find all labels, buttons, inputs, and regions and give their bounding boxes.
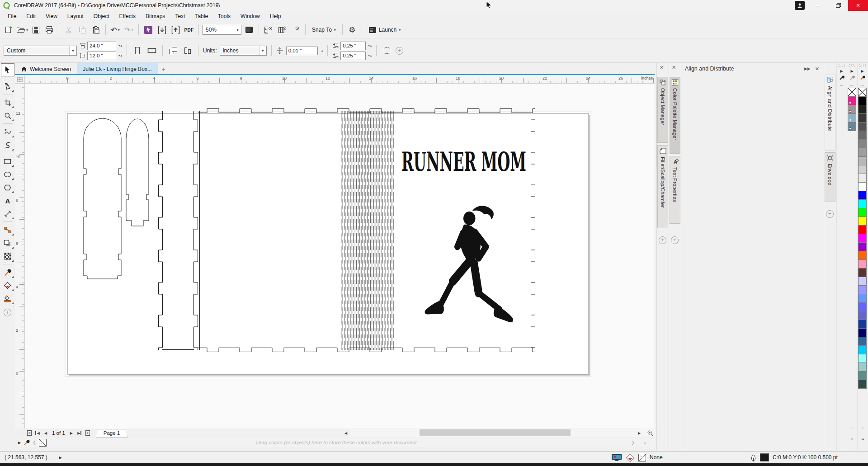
cut-button[interactable] bbox=[63, 24, 75, 36]
text-tool[interactable]: A bbox=[1, 194, 14, 207]
color-proof-icon[interactable] bbox=[611, 453, 622, 461]
color-swatch[interactable] bbox=[858, 182, 867, 191]
color-swatch[interactable] bbox=[858, 139, 867, 148]
status-flyout-arrow[interactable]: ▶ bbox=[59, 456, 62, 460]
duplicate-distance-y-field[interactable]: 0.25 " bbox=[340, 52, 366, 60]
crop-tool[interactable] bbox=[1, 96, 14, 109]
landscape-button[interactable] bbox=[146, 45, 158, 56]
close-button[interactable]: ✕ bbox=[848, 0, 868, 11]
all-pages-size-button[interactable] bbox=[182, 45, 193, 56]
color-swatch[interactable] bbox=[858, 294, 867, 303]
portrait-button[interactable] bbox=[132, 45, 143, 56]
redo-dropdown[interactable]: ▾ bbox=[132, 28, 133, 32]
show-guidelines-button[interactable] bbox=[290, 24, 302, 36]
color-swatch[interactable] bbox=[858, 234, 867, 243]
color-swatch[interactable] bbox=[858, 131, 867, 140]
freehand-tool[interactable] bbox=[1, 125, 14, 138]
docker-expand-icon[interactable]: ▶▶ bbox=[804, 66, 811, 71]
color-swatch[interactable] bbox=[858, 174, 867, 183]
color-swatch[interactable] bbox=[858, 113, 867, 122]
outline-color-swatch[interactable] bbox=[760, 453, 769, 461]
palette-overflow-flyout[interactable]: » bbox=[644, 440, 646, 445]
page-width-field[interactable]: 24.0 " bbox=[87, 42, 116, 50]
color-swatch[interactable] bbox=[848, 113, 856, 122]
color-swatch[interactable] bbox=[858, 259, 867, 268]
color-swatch[interactable] bbox=[858, 217, 867, 226]
color-swatch[interactable] bbox=[858, 191, 867, 200]
color-swatch[interactable] bbox=[848, 122, 856, 131]
color-swatch-none[interactable] bbox=[848, 88, 856, 97]
pan-zoom-corner-button[interactable] bbox=[646, 429, 654, 437]
palette-scroll-right[interactable]: ❯ bbox=[631, 440, 635, 445]
new-document-tab-button[interactable]: + bbox=[158, 63, 170, 75]
menu-object[interactable]: Object bbox=[89, 11, 114, 22]
color-swatch[interactable] bbox=[858, 199, 867, 208]
open-dropdown[interactable]: ▾ bbox=[26, 28, 28, 32]
nudge-spinner[interactable]: ▴ bbox=[321, 49, 323, 52]
last-page-button[interactable]: ▶ bbox=[76, 429, 83, 437]
tab-welcome-screen[interactable]: Welcome Screen bbox=[15, 63, 77, 75]
interactive-fill-tool[interactable] bbox=[1, 279, 14, 292]
palette-scroll-up[interactable]: ︿ bbox=[858, 81, 867, 88]
add-page-before-button[interactable] bbox=[26, 429, 33, 437]
fill-none-swatch[interactable] bbox=[638, 454, 646, 461]
color-swatch[interactable] bbox=[858, 285, 867, 294]
color-swatch[interactable] bbox=[858, 242, 867, 251]
import-button[interactable] bbox=[156, 24, 168, 36]
color-swatch[interactable] bbox=[858, 354, 867, 363]
artistic-media-tool[interactable] bbox=[1, 138, 14, 151]
tab-color-palette-manager[interactable]: Color Palette Manager bbox=[670, 77, 680, 154]
palette-grip[interactable] bbox=[859, 64, 866, 67]
tab-envelope[interactable]: Envelope bbox=[825, 152, 835, 202]
menu-tools[interactable]: Tools bbox=[213, 11, 236, 22]
current-page-size-button[interactable] bbox=[167, 45, 179, 56]
color-swatch[interactable] bbox=[858, 362, 867, 372]
polygon-tool[interactable] bbox=[1, 181, 14, 194]
color-swatch[interactable] bbox=[858, 371, 867, 380]
new-document-button[interactable] bbox=[3, 24, 14, 36]
menu-view[interactable]: View bbox=[41, 11, 62, 22]
show-rulers-button[interactable] bbox=[263, 24, 274, 36]
tab-align-and-distribute[interactable]: Align and Distribute bbox=[825, 75, 835, 151]
ellipse-tool[interactable] bbox=[1, 168, 14, 181]
horizontal-scroll-thumb[interactable] bbox=[420, 429, 571, 436]
drop-shadow-tool[interactable] bbox=[1, 236, 14, 249]
page-size-preset-combo[interactable]: Custom ▾ bbox=[4, 46, 77, 56]
menu-effects[interactable]: Effects bbox=[114, 11, 141, 22]
color-swatch[interactable] bbox=[858, 165, 867, 174]
page-height-spinner[interactable]: ▾▴ bbox=[118, 54, 122, 57]
palette-eyedropper[interactable] bbox=[858, 75, 867, 81]
tab-text-properties[interactable]: A Text Properties bbox=[670, 156, 680, 224]
color-swatch[interactable] bbox=[858, 302, 867, 311]
parallel-dimension-tool[interactable] bbox=[1, 207, 14, 220]
color-swatch[interactable] bbox=[858, 345, 867, 354]
palette-flyout-arrow[interactable]: ▶ bbox=[847, 68, 857, 75]
palette-grip[interactable] bbox=[849, 64, 855, 67]
menu-table[interactable]: Table bbox=[190, 11, 213, 22]
color-swatch[interactable] bbox=[858, 251, 867, 260]
show-grid-button[interactable] bbox=[276, 24, 288, 36]
page-1-tab[interactable]: Page 1 bbox=[96, 429, 127, 438]
palette-grip[interactable] bbox=[838, 64, 845, 67]
page-height-field[interactable]: 12.0 " bbox=[87, 52, 116, 60]
smart-fill-tool[interactable] bbox=[1, 292, 14, 305]
duplicate-distance-x-field[interactable]: 0.25 " bbox=[340, 42, 366, 50]
quick-customize-dockers[interactable]: + bbox=[826, 210, 834, 218]
palette-eyedropper[interactable] bbox=[847, 75, 857, 81]
account-icon[interactable] bbox=[795, 1, 805, 10]
color-swatch[interactable] bbox=[858, 380, 867, 389]
horizontal-scroll-track[interactable] bbox=[350, 429, 660, 437]
palette-scroll-up[interactable]: ︿ bbox=[837, 81, 846, 88]
export-button[interactable] bbox=[170, 24, 181, 36]
launch-dropdown[interactable]: ▾ bbox=[399, 28, 401, 32]
previous-page-button[interactable]: ◀ bbox=[42, 429, 49, 437]
palette-flyout-arrow[interactable]: ▶ bbox=[837, 68, 846, 75]
menu-window[interactable]: Window bbox=[236, 11, 265, 22]
color-swatch[interactable] bbox=[858, 208, 867, 217]
tab-active-document[interactable]: Julie Ek - Living Hinge Box... bbox=[77, 63, 158, 75]
save-button[interactable] bbox=[30, 24, 42, 36]
color-swatch[interactable] bbox=[858, 328, 867, 337]
palette-flyout-arrow[interactable]: ▶ bbox=[858, 68, 867, 75]
vertical-ruler[interactable]: 12 10 8 6 4 2 0 bbox=[15, 84, 25, 428]
palette-overflow[interactable]: » bbox=[847, 436, 857, 442]
